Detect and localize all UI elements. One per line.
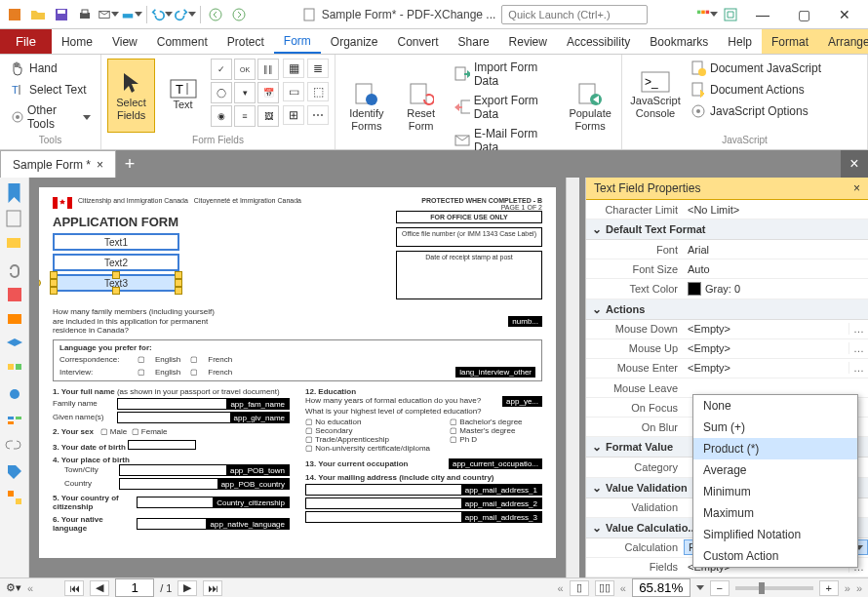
ui-options-icon[interactable] (696, 4, 718, 25)
nav-fwd-icon[interactable] (228, 4, 250, 25)
checkbox-field-icon[interactable]: ✓ (211, 59, 232, 80)
thumbnails-icon[interactable] (5, 209, 24, 228)
last-page-button[interactable]: ⏭ (203, 580, 222, 596)
expand-zoom-icon[interactable]: « (620, 582, 626, 594)
dropdown-item[interactable]: Average (693, 459, 857, 481)
options-icon[interactable]: ⚙▾ (6, 581, 21, 594)
section-actions[interactable]: Actions (586, 299, 868, 320)
next-page-button[interactable]: ▶ (178, 580, 197, 596)
collapse-right-icon[interactable]: » (845, 582, 850, 594)
barcode-field-icon[interactable]: ∥∥ (257, 59, 279, 80)
app-icon[interactable] (4, 4, 25, 25)
pob-country-field[interactable]: app_POB_country (217, 479, 289, 490)
undo-icon[interactable] (151, 4, 173, 25)
select-fields-button[interactable]: Select Fields (107, 59, 155, 133)
open-icon[interactable] (27, 4, 49, 25)
giv-name-field[interactable]: app_giv_name (230, 413, 289, 423)
content-icon[interactable] (5, 361, 24, 380)
dropdown-item[interactable]: Simplified Notation (693, 524, 857, 545)
radio-field-icon[interactable]: ◯ (211, 82, 232, 103)
font-value[interactable]: Arial (684, 244, 868, 256)
maximize-button[interactable]: ▢ (784, 1, 823, 28)
dropdown-item[interactable]: Sum (+) (693, 417, 857, 438)
fam-name-field[interactable]: app_fam_name (226, 399, 289, 410)
attachments-icon[interactable] (5, 259, 24, 279)
menu-tab-arrange[interactable]: Arrange (818, 29, 868, 54)
section-default-text[interactable]: Default Text Format (586, 219, 868, 240)
single-page-icon[interactable]: ▯ (570, 580, 589, 596)
menu-tab-form[interactable]: Form (274, 29, 321, 54)
more-icon[interactable]: ⋯ (307, 105, 329, 125)
zoom-input[interactable] (632, 578, 690, 597)
quick-launch-input[interactable] (501, 5, 648, 24)
prev-page-button[interactable]: ◀ (90, 580, 109, 596)
layers-icon[interactable] (5, 336, 24, 355)
dropdown-item[interactable]: Custom Action (693, 545, 857, 567)
image-field-icon[interactable]: 🖼 (257, 105, 279, 127)
date-field-icon[interactable]: 📅 (257, 82, 279, 103)
link-icon[interactable]: ≣ (307, 59, 329, 78)
expand-props-icon[interactable]: » (856, 582, 862, 594)
occupation-field[interactable]: app_current_occupatio... (449, 458, 542, 469)
collapse-nav-icon[interactable]: « (558, 582, 564, 594)
ok-button-field-icon[interactable]: OK (234, 59, 256, 80)
lang-other-field[interactable]: lang_interview_other (455, 367, 535, 378)
document-tab[interactable]: Sample Form *× (0, 150, 116, 178)
mail3-field[interactable]: app_mail_address_3 (461, 512, 541, 523)
populate-forms-button[interactable]: Populate Forms (565, 59, 615, 156)
zoom-chevron-icon[interactable] (696, 585, 704, 590)
properties-pane-icon[interactable] (5, 488, 24, 507)
menu-tab-accessibility[interactable]: Accessibility (557, 29, 640, 54)
signatures-icon[interactable] (5, 310, 24, 330)
edu-years-field[interactable]: app_ye... (502, 396, 542, 407)
radio2-field-icon[interactable]: ◉ (211, 105, 232, 127)
numb-field[interactable]: numb... (508, 316, 542, 327)
page-number-input[interactable] (115, 578, 154, 597)
mail2-field[interactable]: app_mail_address_2 (461, 498, 541, 509)
ellipsis-button[interactable]: … (848, 323, 868, 335)
save-icon[interactable] (51, 4, 72, 25)
menu-tab-view[interactable]: View (102, 29, 147, 54)
hand-tool[interactable]: Hand (6, 59, 95, 78)
text-color-value[interactable]: Gray: 0 (684, 282, 868, 296)
fields-icon[interactable] (5, 285, 24, 304)
mouse-enter-value[interactable]: <Empty> (684, 362, 848, 374)
document-actions[interactable]: Document Actions (687, 80, 825, 100)
ellipsis-button[interactable]: … (848, 362, 868, 374)
redo-icon[interactable] (175, 4, 196, 25)
dropdown-item[interactable]: Maximum (693, 502, 857, 524)
3dpan-icon[interactable] (5, 412, 24, 431)
collapse-left-icon[interactable]: « (27, 582, 33, 594)
dropdown-item[interactable]: Minimum (693, 481, 857, 502)
bookmarks-icon[interactable] (5, 183, 24, 203)
menu-tab-organize[interactable]: Organize (321, 29, 388, 54)
grid-icon[interactable]: ▦ (283, 59, 304, 78)
citizenship-field[interactable]: Country_citizenship (213, 498, 289, 508)
identify-forms-button[interactable]: Identify Forms (341, 59, 392, 156)
tags-icon[interactable] (5, 462, 24, 482)
mouse-up-value[interactable]: <Empty> (684, 342, 848, 354)
menu-tab-home[interactable]: Home (52, 29, 102, 54)
vertical-scrollbar[interactable] (566, 178, 579, 577)
import-form-data[interactable]: Import Form Data (451, 59, 562, 90)
links-icon[interactable] (5, 437, 24, 457)
destinations-icon[interactable] (5, 386, 24, 406)
other-tools[interactable]: Other Tools (6, 101, 95, 133)
text1-field[interactable]: Text1 (53, 233, 179, 251)
export-form-data[interactable]: Export Form Data (451, 92, 562, 123)
text-field-button[interactable]: T Text (159, 59, 207, 133)
new-tab-button[interactable]: + (116, 150, 143, 178)
menu-tab-help[interactable]: Help (718, 29, 762, 54)
document-view[interactable]: Citizenship and Immigration Canada Citoy… (29, 178, 585, 577)
js-console-button[interactable]: >_JavaScript Console (628, 59, 683, 133)
facing-page-icon[interactable]: ▯▯ (595, 580, 614, 596)
document-javascript[interactable]: Document JavaScript (687, 59, 825, 78)
text3-field-selected[interactable]: Text3 (53, 274, 179, 292)
props-icon[interactable]: ⊞ (283, 105, 304, 125)
char-limit-value[interactable]: <No Limit> (684, 204, 868, 216)
tab-close-icon[interactable]: × (97, 158, 103, 172)
zoom-slider[interactable] (735, 586, 813, 590)
list-field-icon[interactable]: ≡ (234, 105, 256, 127)
panel-close-button[interactable]: × (841, 150, 868, 178)
zoom-out-button[interactable]: − (710, 580, 730, 596)
